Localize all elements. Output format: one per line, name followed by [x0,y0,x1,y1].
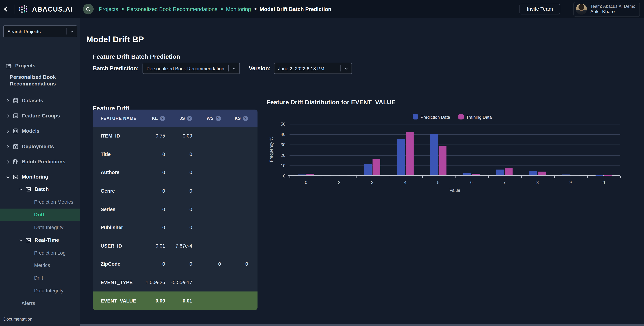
sidebar-item-data-integrity[interactable]: Data Integrity [0,221,80,234]
breadcrumb-item-monitoring[interactable]: Monitoring [226,6,251,12]
monitoring-icon [25,237,32,244]
search-icon[interactable] [83,4,94,14]
sidebar-item-prediction-metrics[interactable]: Prediction Metrics [0,196,80,208]
back-icon[interactable] [0,6,12,13]
sidebar-item-projects[interactable]: Projects [0,60,80,71]
search-projects-select[interactable]: Search Projects [3,26,77,38]
x-tick-label: 6 [463,180,480,185]
sidebar-item-monitoring[interactable]: Monitoring [0,171,80,183]
x-tick-label: 5 [430,180,446,185]
sidebar-item-datasets[interactable]: Datasets [0,94,80,107]
x-axis-label: Value [442,188,467,192]
database-icon [12,97,19,104]
sidebar-item-prediction-log[interactable]: Prediction Log [0,247,80,259]
chevron-down-icon[interactable] [18,187,23,192]
feature-drift-row-event_value[interactable]: EVENT_VALUE0.090.01 [93,292,258,310]
help-icon[interactable]: ? [216,116,221,121]
sidebar-item-metrics[interactable]: Metrics [0,259,80,272]
js-value: 0.09 [165,133,192,139]
sidebar-item-label: Batch [34,186,49,192]
sidebar-item-feature-groups[interactable]: Feature Groups [0,110,80,122]
bar-prediction-data-5 [430,134,438,175]
sidebar-item-drift[interactable]: Drift [0,208,80,221]
gridline [290,155,620,156]
section-title: Feature Drift Batch Prediction [93,53,180,60]
feature-drift-row-authors[interactable]: Authors00 [93,164,258,182]
feature-drift-row-title[interactable]: Title00 [93,145,258,163]
batch-predictions-icon [12,158,19,165]
horizontal-scrollbar[interactable] [0,324,644,326]
sidebar-item-batch[interactable]: Batch [0,183,80,195]
feature-name: EVENT_VALUE [93,298,138,304]
invite-team-button[interactable]: Invite Team [519,4,560,14]
feature-name: Authors [93,170,138,176]
chevron-right-icon[interactable] [6,129,10,133]
feature-drift-table: FEATURE NAMEKL?JS?WS?KS? ITEM_ID0.750.09… [93,110,258,310]
feature-drift-table-header: FEATURE NAMEKL?JS?WS?KS? [93,110,258,127]
x-tick-mark [422,176,422,178]
sidebar: Search Projects Projects Personalized Bo… [0,18,80,326]
bar-training-data-5 [439,146,446,175]
sidebar-item-alerts[interactable]: Alerts [0,297,80,310]
bar-training-data-8 [538,172,546,175]
user-menu[interactable]: Team: Abacus.AI Demo Ankit Khare [574,2,640,17]
feature-drift-row-item_id[interactable]: ITEM_ID0.750.09 [93,127,258,145]
sidebar-item-drift[interactable]: Drift [0,272,80,284]
x-axis-line [288,175,620,176]
feature-drift-row-publisher[interactable]: Publisher00 [93,218,258,237]
help-icon[interactable]: ? [243,116,248,121]
x-tick-mark [356,176,356,178]
chevron-down-icon[interactable] [18,238,23,242]
feature-name: ITEM_ID [93,133,138,139]
sidebar-projects-label: Projects [15,63,36,69]
bar-prediction-data-3 [364,164,372,175]
breadcrumb-item-personalized-book-recommendations[interactable]: Personalized Book Recommendations [127,6,218,12]
kl-value: 0 [138,188,165,194]
breadcrumb-item-projects[interactable]: Projects [99,6,118,12]
chevron-right-icon[interactable] [6,98,10,103]
feature-drift-row-zipcode[interactable]: ZipCode0000 [93,255,258,273]
column-header-kl: KL? [138,116,165,121]
bar-prediction-data-2 [331,175,338,175]
sidebar-project-name[interactable]: Personalized Book Recommendations [10,74,74,87]
sidebar-item-label: Drift [34,275,43,281]
chevron-right-icon[interactable] [6,160,10,164]
bar-training-data--1 [604,175,612,175]
feature-drift-row-genre[interactable]: Genre00 [93,182,258,200]
feature-drift-row-user_id[interactable]: USER_ID0.017.67e-4 [93,237,258,255]
abacus-logo[interactable]: ABACUS.AI [18,4,73,14]
documentation-link[interactable]: Documentation [3,316,32,322]
chevron-down-icon [229,66,240,71]
bar-prediction-data-4 [397,138,405,175]
kl-value: 0 [138,261,165,267]
x-tick-mark [389,176,389,178]
feature-name: Title [93,152,138,157]
sidebar-item-deployments[interactable]: Deployments [0,140,80,153]
header-divider [14,4,14,14]
sidebar-item-data-integrity[interactable]: Data Integrity [0,284,80,297]
x-tick-label: 3 [364,180,380,185]
sidebar-item-real-time[interactable]: Real-Time [0,234,80,246]
help-icon[interactable]: ? [160,116,165,121]
chevron-right-icon[interactable] [6,114,10,118]
feature-name: Genre [93,188,138,194]
x-tick-mark [554,176,554,178]
sidebar-item-models[interactable]: Models [0,125,80,137]
x-tick-mark [455,176,455,178]
js-value: 0 [165,170,192,176]
feature-drift-row-series[interactable]: Series00 [93,200,258,218]
version-label: Version: [249,65,271,72]
js-value: 0 [165,152,192,157]
sidebar-item-batch-predictions[interactable]: Batch Predictions [0,156,80,168]
sidebar-item-label: Datasets [22,98,43,104]
kl-value: 0 [138,206,165,212]
help-icon[interactable]: ? [187,116,192,121]
batch-prediction-select[interactable]: Personalized Book Recommendation... [142,63,240,74]
sidebar-item-label: Metrics [34,262,50,268]
chevron-down-icon[interactable] [6,175,10,179]
feature-drift-row-event_type[interactable]: EVENT_TYPE1.00e-26-5.55e-17 [93,274,258,292]
js-value: 7.67e-4 [165,243,192,249]
chevron-right-icon[interactable] [6,144,10,149]
bar-training-data-9 [571,175,579,175]
version-select[interactable]: June 2, 2022 6:18 PM [274,63,352,74]
